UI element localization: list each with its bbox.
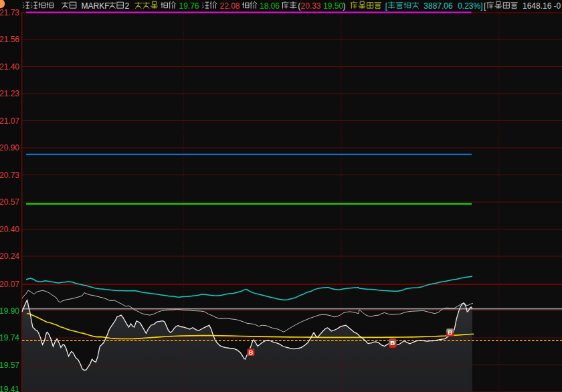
svg-text:19.57: 19.57 (0, 361, 19, 370)
svg-text:21.40: 21.40 (0, 62, 19, 72)
svg-text:20.33: 20.33 (301, 1, 321, 11)
svg-text:1648.16: 1648.16 (523, 1, 552, 11)
svg-text:19.50: 19.50 (323, 1, 343, 11)
svg-text:19.90: 19.90 (0, 306, 19, 316)
svg-text:19.74: 19.74 (0, 333, 19, 342)
svg-text:21.73: 21.73 (0, 8, 19, 17)
svg-text:20.24: 20.24 (0, 252, 19, 261)
svg-text:19.76: 19.76 (179, 1, 199, 11)
svg-text:21.56: 21.56 (0, 35, 19, 44)
svg-text:20.40: 20.40 (0, 225, 19, 234)
svg-text:-0: -0 (554, 1, 561, 11)
svg-text:): ) (343, 1, 346, 11)
svg-text:20.90: 20.90 (0, 143, 19, 153)
svg-text:20.57: 20.57 (0, 197, 19, 207)
svg-text:22.08: 22.08 (220, 1, 240, 11)
svg-text:21.23: 21.23 (0, 89, 19, 98)
svg-text:19.41: 19.41 (0, 385, 19, 392)
svg-text:18.06: 18.06 (260, 1, 280, 11)
svg-text:20.07: 20.07 (0, 280, 19, 289)
svg-text:0.23%]: 0.23%] (458, 1, 482, 11)
svg-text:21.07: 21.07 (0, 116, 19, 126)
svg-text:20.73: 20.73 (0, 171, 19, 180)
svg-text:2: 2 (124, 1, 129, 11)
svg-text:B: B (249, 349, 254, 356)
svg-text:B: B (390, 339, 395, 347)
svg-text:B: B (448, 328, 452, 336)
svg-text:3887.06: 3887.06 (424, 1, 453, 11)
svg-text:MARKF: MARKF (82, 1, 110, 11)
